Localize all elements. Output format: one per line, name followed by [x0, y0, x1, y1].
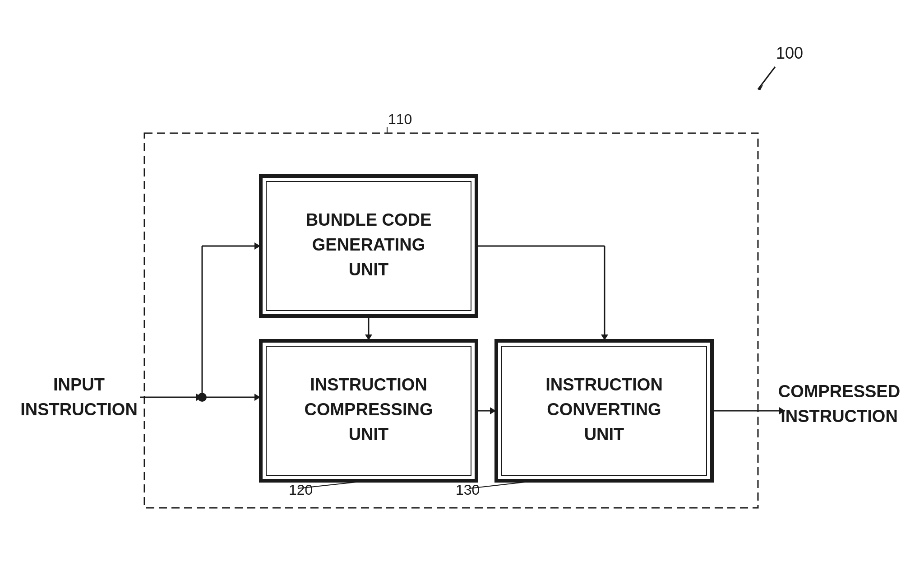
input-instruction-label: INPUT — [53, 375, 105, 394]
bundle-code-label2: GENERATING — [312, 235, 425, 254]
ref-120-label: 120 — [289, 482, 313, 498]
bundle-code-label3: UNIT — [349, 260, 389, 279]
bundle-code-label: BUNDLE CODE — [306, 210, 432, 229]
instruction-compressing-label2: COMPRESSING — [304, 400, 433, 419]
instruction-compressing-label3: UNIT — [349, 425, 389, 444]
instruction-compressing-label: INSTRUCTION — [310, 375, 427, 394]
input-instruction-label2: INSTRUCTION — [20, 400, 138, 419]
instruction-converting-label2: CONVERTING — [547, 400, 661, 419]
instruction-converting-label: INSTRUCTION — [545, 375, 663, 394]
ref-130-label: 130 — [456, 482, 480, 498]
svg-line-0 — [758, 67, 775, 89]
diagram-container: 100 110 BUNDLE CODE GENERATING UNIT INST… — [0, 0, 924, 562]
compressed-instruction-label2: INSTRUCTION — [781, 407, 898, 426]
compressed-instruction-label: COMPRESSED — [778, 382, 900, 401]
ref-110-label: 110 — [388, 111, 412, 127]
ref-100-label: 100 — [776, 44, 803, 62]
instruction-converting-label3: UNIT — [584, 425, 624, 444]
